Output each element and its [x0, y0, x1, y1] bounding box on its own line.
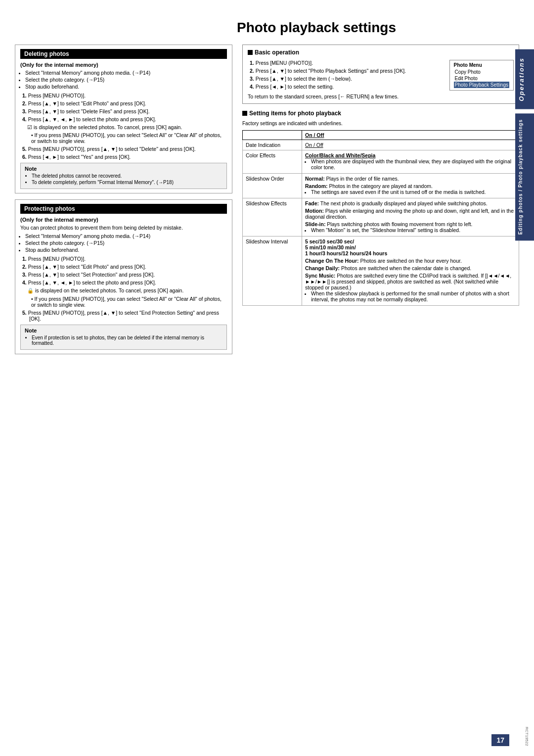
slideshow-effects-name: Slideshow Effects — [243, 198, 302, 236]
deleting-photos-section: Deleting photos (Only for the internal m… — [15, 45, 232, 193]
page-number: 17 — [491, 734, 509, 746]
slideshow-interval-sync-sub: When the slideshow playback is performed… — [311, 290, 516, 302]
slideshow-interval-sync: Sync Music: Photos are switched every ti… — [305, 273, 516, 302]
protecting-step-5: 5. Press [MENU (PHOTO)], press [▲, ▼] to… — [22, 310, 227, 322]
deleting-step4-note: ☑ is displayed on the selected photos. T… — [27, 124, 227, 130]
protecting-step-2: 2. Press [▲, ▼] to select "Edit Photo" a… — [22, 264, 227, 270]
right-column: Basic operation Photo Menu Copy Photo Ed… — [242, 45, 519, 736]
protecting-photos-section: Protecting photos (Only for the internal… — [15, 199, 232, 354]
table-row: Date Indication On / Off — [243, 140, 519, 150]
date-indication-value: On / Off — [302, 140, 519, 150]
protecting-steps: 1. Press [MENU (PHOTO)]. 2. Press [▲, ▼]… — [22, 256, 227, 285]
slideshow-effects-sub-1: When "Motion" is set, the "Slideshow Int… — [311, 227, 516, 233]
page-container: Photo playback settings Deleting photos … — [0, 0, 534, 756]
deleting-bullets: Select "Internal Memory" among photo med… — [25, 70, 227, 90]
col-header-value: On / Off — [302, 131, 519, 140]
color-effects-opt-1: When photos are displayed with the thumb… — [311, 158, 516, 170]
slideshow-interval-value: 5 sec/10 sec/30 sec/5 min/10 min/30 min/… — [302, 236, 519, 306]
side-tab-operations: Operations — [515, 49, 534, 109]
protecting-bullet-3: Stop audio beforehand. — [25, 247, 227, 253]
slideshow-order-sub-1: The settings are saved even if the unit … — [311, 189, 516, 195]
date-indication-name: Date Indication — [243, 140, 302, 150]
deleting-only-internal: (Only for the internal memory) — [20, 62, 227, 68]
deleting-bullet-2: Select the photo category. (→P15) — [25, 77, 227, 83]
left-column: Deleting photos (Only for the internal m… — [15, 45, 232, 736]
slideshow-order-name: Slideshow Order — [243, 174, 302, 198]
setting-items-section: Setting items for photo playback Factory… — [242, 110, 519, 306]
slideshow-interval-hour: Change On The Hour: Photos are switched … — [305, 258, 516, 264]
protecting-notes: Even if protection is set to photos, the… — [25, 335, 222, 346]
protecting-step-1: 1. Press [MENU (PHOTO)]. — [22, 256, 227, 262]
slideshow-interval-name: Slideshow Interval — [243, 236, 302, 306]
color-effects-options: When photos are displayed with the thumb… — [311, 158, 516, 170]
table-row: Color Effects Color/Black and White/Sepi… — [243, 150, 519, 174]
basic-operation-header: Basic operation — [248, 49, 514, 56]
protecting-step4-sub: • If you press [MENU (PHOTO)], you can s… — [31, 296, 227, 308]
photo-menu-edit: Edit Photo — [454, 75, 509, 82]
color-effects-name: Color Effects — [243, 150, 302, 174]
deleting-photos-header: Deleting photos — [20, 49, 227, 59]
doc-id: RCT19522 — [525, 727, 529, 746]
deleting-step-4: 4. Press [▲, ▼, ◄, ►] to select the phot… — [22, 116, 227, 122]
deleting-step-2: 2. Press [▲, ▼] to select "Edit Photo" a… — [22, 100, 227, 106]
slideshow-order-random: Random: Photos in the category are playe… — [305, 183, 516, 195]
deleting-note-title: Note — [25, 166, 222, 172]
color-effects-title: Color/Black and White/Sepia — [305, 152, 516, 158]
black-square-icon-2 — [242, 111, 247, 116]
slideshow-effects-value: Fade: The next photo is gradually displa… — [302, 198, 519, 236]
page-title: Photo playback settings — [114, 20, 519, 36]
color-effects-value: Color/Black and White/Sepia When photos … — [302, 150, 519, 174]
protecting-note-title: Note — [25, 328, 222, 333]
basic-operation-section: Basic operation Photo Menu Copy Photo Ed… — [242, 45, 519, 104]
slideshow-effects-fade: Fade: The next photo is gradually displa… — [305, 200, 516, 206]
deleting-note-1: The deleted photos cannot be recovered. — [32, 173, 222, 179]
col-header-name — [243, 131, 302, 140]
protecting-bullets: Select "Internal Memory" among photo med… — [25, 233, 227, 253]
table-row: Slideshow Order Normal: Plays in the ord… — [243, 174, 519, 198]
deleting-steps: 1. Press [MENU (PHOTO)]. 2. Press [▲, ▼]… — [22, 93, 227, 122]
slideshow-interval-sub-1: When the slideshow playback is performed… — [311, 290, 516, 302]
photo-menu-title: Photo Menu — [454, 62, 509, 68]
protecting-photos-header: Protecting photos — [20, 204, 227, 214]
slideshow-effects-motion: Motion: Plays while enlarging and moving… — [305, 208, 516, 220]
slideshow-interval-times: 5 sec/10 sec/30 sec/5 min/10 min/30 min/… — [305, 238, 516, 256]
protecting-step-4: 4. Press [▲, ▼, ◄, ►] to select the phot… — [22, 280, 227, 285]
basic-return-note: To return to the standard screen, press … — [248, 94, 514, 99]
table-row: Slideshow Effects Fade: The next photo i… — [243, 198, 519, 236]
slideshow-effects-slidein: Slide-in: Plays switching photos with fl… — [305, 221, 516, 233]
deleting-note-2: To delete completely, perform "Format In… — [32, 180, 222, 185]
deleting-step-3: 3. Press [▲, ▼] to select "Delete Files"… — [22, 108, 227, 114]
deleting-notes: The deleted photos cannot be recovered. … — [25, 173, 222, 185]
photo-menu-copy: Copy Photo — [454, 69, 509, 75]
settings-table: On / Off Date Indication On / Off — [242, 130, 519, 306]
deleting-steps-cont: 5. Press [MENU (PHOTO)], press [▲, ▼] to… — [22, 146, 227, 160]
slideshow-effects-sub: When "Motion" is set, the "Slideshow Int… — [311, 227, 516, 233]
protecting-bullet-1: Select "Internal Memory" among photo med… — [25, 233, 227, 239]
protecting-step4-note: 🔒 is displayed on the selected photos. T… — [27, 287, 227, 294]
protecting-bullet-2: Select the photo category. (→P15) — [25, 240, 227, 246]
slideshow-order-random-sub: The settings are saved even if the unit … — [311, 189, 516, 195]
slideshow-interval-daily: Change Daily: Photos are switched when t… — [305, 265, 516, 271]
deleting-note-box: Note The deleted photos cannot be recove… — [20, 163, 227, 189]
protecting-intro: You can protect photos to prevent them f… — [20, 225, 227, 231]
setting-items-header: Setting items for photo playback — [242, 110, 519, 117]
protecting-steps-cont: 5. Press [MENU (PHOTO)], press [▲, ▼] to… — [22, 310, 227, 322]
table-row: Slideshow Interval 5 sec/10 sec/30 sec/5… — [243, 236, 519, 306]
deleting-step-6: 6. Press [◄, ►] to select "Yes" and pres… — [22, 154, 227, 160]
deleting-bullet-3: Stop audio beforehand. — [25, 84, 227, 90]
slideshow-order-value: Normal: Plays in the order of file names… — [302, 174, 519, 198]
photo-menu-box: Photo Menu Copy Photo Edit Photo Photo P… — [449, 60, 514, 91]
deleting-bullet-1: Select "Internal Memory" among photo med… — [25, 70, 227, 76]
side-tab-label: Editing photos / Photo playback settings — [515, 113, 534, 240]
deleting-step-1: 1. Press [MENU (PHOTO)]. — [22, 93, 227, 98]
photo-menu-playback: Photo Playback Settings — [454, 82, 509, 88]
deleting-step4-sub: • If you press [MENU (PHOTO)], you can s… — [31, 132, 227, 144]
protecting-step-3: 3. Press [▲, ▼] to select "Set Protectio… — [22, 272, 227, 278]
deleting-step-5: 5. Press [MENU (PHOTO)], press [▲, ▼] to… — [22, 146, 227, 152]
slideshow-order-normal: Normal: Plays in the order of file names… — [305, 176, 516, 182]
side-tab-container: Operations Editing photos / Photo playba… — [515, 49, 534, 495]
black-square-icon — [248, 50, 253, 55]
factory-note: Factory settings are indicated with unde… — [242, 121, 519, 126]
protecting-note-box: Note Even if protection is set to photos… — [20, 325, 227, 350]
protecting-only-internal: (Only for the internal memory) — [20, 217, 227, 223]
